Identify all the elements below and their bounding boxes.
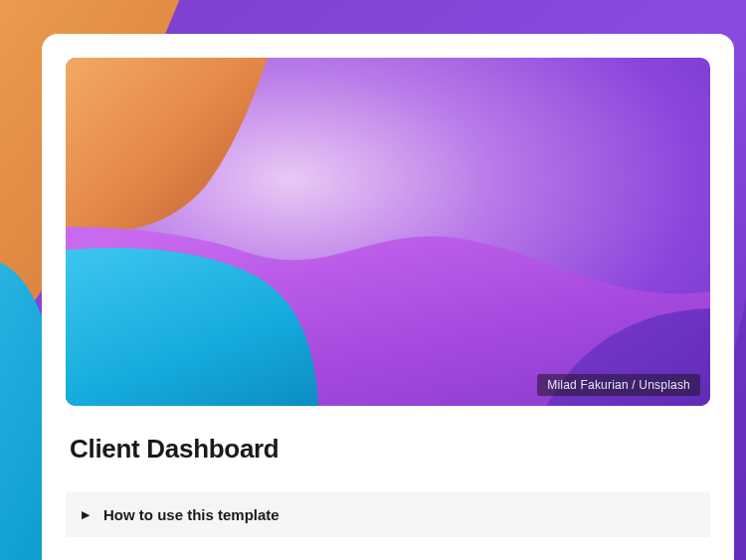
content-card: Milad Fakurian / Unsplash Client Dashboa… — [42, 34, 734, 560]
cover-image: Milad Fakurian / Unsplash — [66, 58, 710, 406]
toggle-arrow-icon: ▶ — [82, 509, 90, 520]
toggle-how-to-use[interactable]: ▶ How to use this template — [66, 492, 710, 537]
cover-attribution: Milad Fakurian / Unsplash — [537, 374, 700, 396]
toggle-label: How to use this template — [103, 506, 280, 523]
page-title: Client Dashboard — [70, 434, 706, 465]
